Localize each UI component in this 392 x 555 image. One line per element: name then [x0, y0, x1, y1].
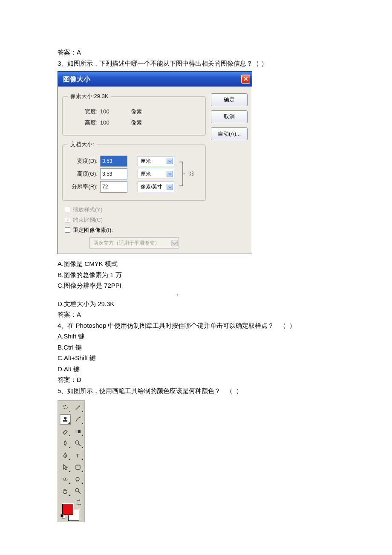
res-unit-combo[interactable]: 像素/英寸 — [138, 182, 174, 192]
image-size-dialog: 图像大小 ✕ 像素大小:29.3K 宽度: 100 像素 高度: 100 像素 … — [58, 71, 252, 254]
eraser-icon[interactable] — [60, 426, 71, 436]
auto-button[interactable]: 自动(A)... — [211, 127, 248, 140]
link-bracket — [179, 160, 186, 188]
q3-stem: 3、如图所示，下列描述中哪一个不能从下图中得出相关的图像信息？（ ） — [58, 58, 334, 69]
svg-text:T: T — [76, 452, 79, 459]
scale-styles-label: 缩放样式(Y) — [73, 205, 102, 214]
default-colors-icon[interactable] — [61, 514, 66, 519]
doc-legend: 文档大小: — [68, 140, 97, 149]
svg-rect-1 — [75, 430, 78, 433]
q5-blank-r: ） — [236, 387, 244, 394]
doc-height-unit-combo[interactable]: 厘米 — [138, 169, 174, 179]
svg-point-6 — [65, 478, 67, 480]
doc-height-input[interactable]: 3.53 — [100, 168, 127, 179]
doc-width-unit-combo[interactable]: 厘米 — [138, 156, 174, 166]
blur-icon[interactable] — [60, 438, 71, 448]
q3-answer: 答案：A — [58, 309, 334, 320]
notes-icon[interactable] — [60, 474, 71, 484]
q3-option-b: B.图像的总像素为 1 万 — [58, 269, 334, 280]
resample-method-text: 两次立方（适用于平滑渐变） — [93, 239, 160, 247]
q4-answer: 答案：D — [58, 374, 334, 385]
answer-label: 答案： — [58, 311, 77, 318]
lasso-icon[interactable] — [60, 402, 71, 413]
q3-stem-text: 3、如图所示，下列描述中哪一个不能从下图中得出相关的图像信息？（ — [58, 60, 259, 67]
chevron-down-icon — [171, 240, 178, 246]
q3-blank: ） — [261, 60, 269, 67]
cancel-button[interactable]: 取消 — [211, 110, 248, 123]
px-height-unit: 像素 — [131, 118, 148, 127]
q5-blank-l: （ — [226, 387, 234, 394]
q4-option-c: C.Alt+Shift 键 — [58, 353, 334, 364]
px-height-label: 高度: — [68, 118, 98, 127]
q4-stem: 4、在 Photoshop 中使用仿制图章工具时按住哪个键并单击可以确定取样点？… — [58, 320, 334, 331]
pixel-size-group: 像素大小:29.3K 宽度: 100 像素 高度: 100 像素 — [62, 92, 206, 136]
res-unit: 像素/英寸 — [141, 182, 162, 191]
doc-height-unit: 厘米 — [141, 170, 151, 178]
q3-option-c: C.图像分辨率是 72PPI — [58, 280, 334, 291]
constrain-label: 约束比例(C) — [73, 215, 103, 225]
gradient-icon[interactable] — [72, 426, 84, 436]
path-select-icon[interactable] — [60, 462, 71, 472]
q3-option-d: D.文档大小为 29.3K — [58, 298, 334, 309]
chevron-down-icon — [167, 171, 173, 177]
svg-point-7 — [75, 489, 79, 492]
px-width-unit: 像素 — [131, 107, 148, 116]
svg-point-2 — [75, 441, 79, 444]
color-swatches[interactable] — [60, 498, 84, 520]
dialog-titlebar: 图像大小 ✕ — [58, 72, 252, 87]
chevron-down-icon — [167, 184, 173, 190]
resample-checkbox[interactable]: 重定图像像素(I): — [65, 225, 206, 235]
doc-width-unit: 厘米 — [141, 157, 151, 165]
q2-answer: 答案：A — [58, 47, 334, 58]
q4-blank-r: ） — [289, 322, 297, 329]
ok-button[interactable]: 确定 — [211, 93, 248, 106]
dialog-title: 图像大小 — [63, 73, 90, 85]
q4-option-d: D.Alt 键 — [58, 364, 334, 375]
chain-icon: ⛓ — [189, 170, 195, 178]
eyedropper-icon[interactable] — [72, 474, 84, 484]
wand-icon[interactable] — [72, 402, 84, 413]
doc-width-label: 宽度(D): — [68, 156, 98, 166]
dodge-icon[interactable] — [72, 438, 84, 448]
q4-answer-val: D — [77, 376, 81, 383]
foreground-color-swatch[interactable] — [62, 504, 73, 515]
tool-palette: T — [58, 400, 85, 522]
px-width-label: 宽度: — [68, 107, 98, 116]
chevron-down-icon — [167, 158, 173, 164]
scale-styles-checkbox: 缩放样式(Y) — [65, 205, 206, 214]
type-icon[interactable]: T — [72, 450, 84, 460]
res-input[interactable]: 72 — [100, 181, 127, 192]
q5-stem-text: 5、如图所示，使用画笔工具绘制的颜色应该是何种颜色？ — [58, 387, 221, 394]
q4-stem-text: 4、在 Photoshop 中使用仿制图章工具时按住哪个键并单击可以确定取样点？ — [58, 322, 274, 329]
answer-label: 答案： — [58, 376, 77, 383]
q3-option-a: A.图像是 CMYK 模式 — [58, 258, 334, 269]
doc-size-group: 文档大小: 宽度(D): 3.53 厘米 — [62, 140, 206, 200]
pixel-legend: 像素大小:29.3K — [68, 92, 111, 101]
answer-label: 答案： — [58, 49, 77, 56]
stamp-icon[interactable] — [60, 414, 71, 425]
doc-width-input[interactable]: 3.53 — [100, 156, 127, 167]
q4-option-a: A.Shift 键 — [58, 331, 334, 342]
decorative-dot: ▪ — [177, 291, 334, 298]
zoom-icon[interactable] — [72, 486, 84, 496]
q4-blank-l: （ — [280, 322, 288, 329]
res-label: 分辨率(R): — [68, 182, 98, 191]
doc-height-label: 高度(G): — [68, 169, 98, 179]
px-width-value: 100 — [100, 107, 117, 116]
constrain-checkbox: ✓约束比例(C) — [65, 215, 206, 225]
hand-icon[interactable] — [60, 486, 71, 496]
px-height-value: 100 — [100, 118, 117, 127]
swap-colors-icon[interactable] — [76, 498, 82, 504]
shape-icon[interactable] — [72, 462, 84, 472]
q5-stem: 5、如图所示，使用画笔工具绘制的颜色应该是何种颜色？ （ ） — [58, 385, 334, 396]
q2-answer-val: A — [77, 49, 81, 56]
svg-rect-4 — [76, 465, 80, 469]
q4-option-b: B.Ctrl 键 — [58, 342, 334, 353]
pen-icon[interactable] — [60, 450, 71, 460]
resample-label: 重定图像像素(I): — [73, 225, 113, 235]
resample-method-combo: 两次立方（适用于平滑渐变） — [89, 237, 179, 249]
history-brush-icon[interactable] — [72, 414, 84, 425]
close-icon[interactable]: ✕ — [241, 75, 250, 84]
q3-answer-val: A — [77, 311, 81, 318]
